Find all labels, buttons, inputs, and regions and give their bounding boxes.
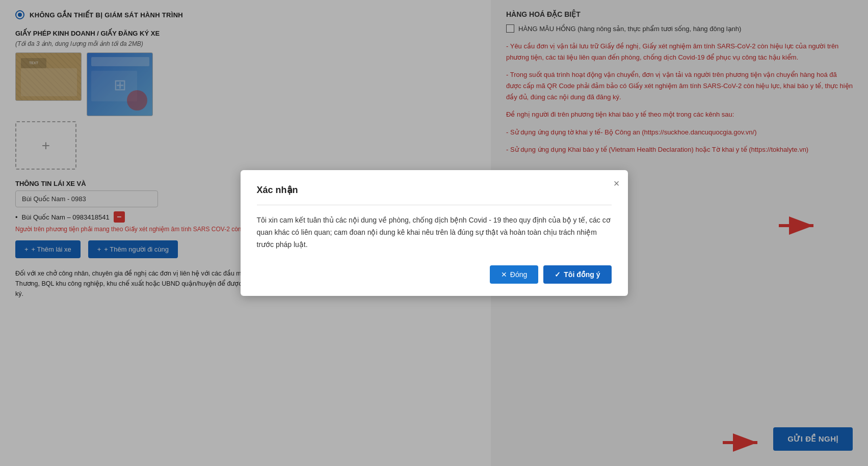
- page-wrapper: KHÔNG GẮN THIẾT BỊ GIÁM SÁT HÀNH TRÌNH G…: [0, 0, 868, 466]
- dong-label: Đóng: [510, 270, 527, 279]
- dong-y-label: Tôi đồng ý: [564, 270, 600, 279]
- modal-divider: [257, 205, 612, 205]
- check-icon: ✓: [555, 270, 561, 279]
- dong-y-button[interactable]: ✓ Tôi đồng ý: [543, 265, 611, 284]
- modal-close-button[interactable]: ×: [614, 178, 620, 188]
- modal-footer: ✕ Đóng ✓ Tôi đồng ý: [257, 265, 612, 284]
- modal-dialog: Xác nhận Tôi xin cam kết tuân thủ các nộ…: [241, 170, 628, 295]
- close-icon: ×: [614, 178, 620, 189]
- modal-overlay: Xác nhận Tôi xin cam kết tuân thủ các nộ…: [0, 0, 868, 466]
- dong-button[interactable]: ✕ Đóng: [490, 265, 538, 284]
- modal-body: Tôi xin cam kết tuân thủ các nội dung về…: [257, 214, 612, 251]
- x-icon: ✕: [501, 270, 507, 279]
- modal-title: Xác nhận: [257, 184, 612, 196]
